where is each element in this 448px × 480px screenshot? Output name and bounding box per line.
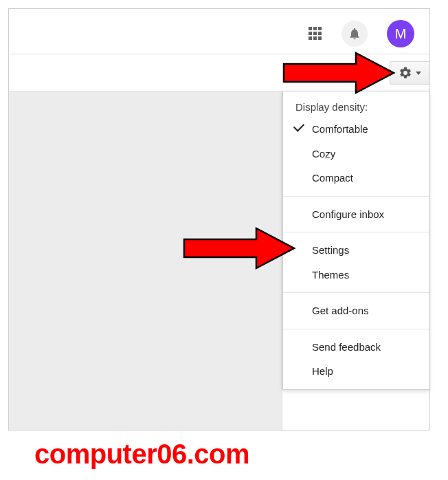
notifications-button[interactable] bbox=[341, 21, 368, 47]
density-cozy[interactable]: Cozy bbox=[283, 142, 429, 166]
watermark-text: computer06.com bbox=[34, 439, 249, 470]
settings-dropdown-menu: Display density: Comfortable Cozy Compac… bbox=[282, 91, 429, 390]
gear-icon bbox=[399, 66, 412, 80]
menu-section-header: Display density: bbox=[283, 98, 429, 117]
menu-configure-inbox[interactable]: Configure inbox bbox=[283, 202, 429, 227]
toolbar bbox=[9, 54, 429, 91]
settings-gear-button[interactable] bbox=[390, 61, 429, 85]
top-bar-actions: M bbox=[309, 20, 414, 47]
dropdown-caret-icon bbox=[416, 72, 421, 75]
density-comfortable[interactable]: Comfortable bbox=[283, 117, 429, 142]
bell-icon bbox=[348, 27, 361, 41]
menu-separator bbox=[283, 196, 429, 197]
app-window: M Display density: Comfortable Cozy Comp… bbox=[8, 8, 430, 430]
menu-separator bbox=[283, 232, 429, 232]
content-background bbox=[9, 91, 282, 430]
top-bar: M bbox=[9, 9, 429, 54]
apps-grid-icon[interactable] bbox=[309, 27, 322, 41]
menu-themes[interactable]: Themes bbox=[283, 263, 429, 287]
account-avatar[interactable]: M bbox=[387, 20, 414, 47]
menu-get-addons[interactable]: Get add-ons bbox=[283, 298, 429, 323]
menu-separator bbox=[283, 329, 429, 329]
avatar-initial: M bbox=[395, 26, 407, 42]
menu-help[interactable]: Help bbox=[283, 359, 429, 384]
density-compact[interactable]: Compact bbox=[283, 166, 429, 190]
menu-settings[interactable]: Settings bbox=[283, 238, 429, 263]
menu-send-feedback[interactable]: Send feedback bbox=[283, 335, 429, 360]
menu-separator bbox=[283, 292, 429, 293]
